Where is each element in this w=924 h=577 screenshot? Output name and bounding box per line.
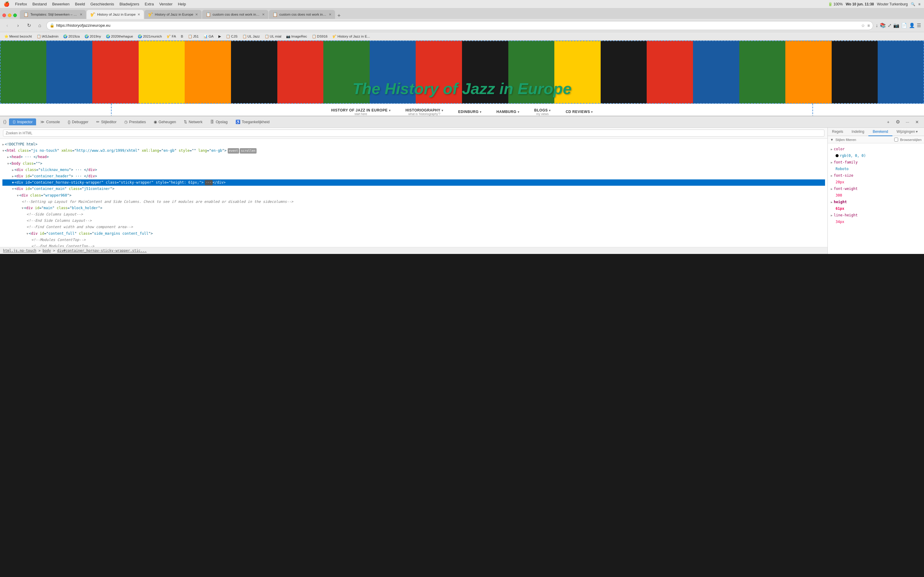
reading-list-icon[interactable]: 📚 (880, 23, 886, 28)
event-badge[interactable]: event (228, 148, 239, 153)
expand-arrow[interactable]: ▼ (7, 161, 9, 166)
overflow-menu-icon[interactable]: ☰ (917, 23, 921, 28)
bookmark-2021munich[interactable]: 🌍2021munich (136, 34, 164, 39)
nav-hamburg[interactable]: HAMBURG ▾ (494, 108, 522, 115)
menu-venster[interactable]: Venster (159, 2, 172, 6)
expand-arrow[interactable]: ▶ (7, 155, 9, 160)
pdf-icon[interactable]: 📄 (901, 23, 907, 28)
menu-beeld[interactable]: Beeld (75, 2, 85, 6)
bookmark-ga[interactable]: 📊GA (202, 34, 215, 39)
menu-geschiedenis[interactable]: Geschiedenis (90, 2, 114, 6)
profile-icon[interactable]: 👤 (909, 23, 915, 28)
bookmark-ds916[interactable]: 📋DS916 (310, 34, 330, 39)
tab-custom-css-1[interactable]: 📋 custom css does not work in C... ✕ (202, 10, 268, 19)
maximize-button[interactable] (13, 13, 17, 17)
home-button[interactable]: ⌂ (36, 21, 44, 30)
tab-close-icon[interactable]: ✕ (195, 13, 198, 16)
screenshot-icon[interactable]: 📷 (893, 23, 899, 28)
breadcrumb-container[interactable]: div#container_hornav-sticky-wrapper.stic… (57, 248, 147, 253)
expand-arrow[interactable]: ▼ (12, 187, 14, 192)
devtools-tab-stijleditor[interactable]: ✏ Stijleditor (93, 118, 120, 125)
html-search-input[interactable] (3, 129, 824, 137)
nav-historiography[interactable]: HISTORIOGRAPHY ▾ what is 'historiography… (402, 107, 446, 116)
bookmark-fa[interactable]: 🎷FA (165, 34, 178, 39)
bookmark-2019za[interactable]: 🌍2019za (61, 34, 81, 39)
bookmark-cjs[interactable]: 📋CJS (224, 34, 239, 39)
bookmark-star-icon[interactable]: ☆ (861, 23, 865, 28)
css-tab-wijzigingen[interactable]: Wijzigingen ▾ (892, 128, 922, 135)
bookmark-b[interactable]: B (179, 34, 185, 39)
menu-help[interactable]: Help (178, 2, 186, 6)
close-button[interactable] (2, 13, 6, 17)
menu-extra[interactable]: Extra (145, 2, 154, 6)
bookmark-j51[interactable]: 📋J51 (186, 34, 200, 39)
tab-custom-css-2[interactable]: 📋 custom css does not work in C... ✕ (269, 10, 335, 19)
expand-arrow[interactable]: ▼ (17, 193, 19, 198)
bookmark-imagerec[interactable]: 📷ImageRec (284, 34, 309, 39)
tab-close-icon[interactable]: ✕ (262, 13, 265, 16)
browserstijlen-checkbox[interactable] (894, 138, 898, 142)
css-expand-font-family[interactable]: ▶ (831, 160, 833, 165)
devtools-tab-opslag[interactable]: 🗄 Opslag (207, 118, 231, 125)
css-expand-color[interactable]: ▶ (831, 147, 833, 152)
menu-bladwijzers[interactable]: Bladwijzers (120, 2, 139, 6)
tab-close-icon[interactable]: ✕ (329, 13, 331, 16)
bookmark-history-jazz[interactable]: 🎷History of Jazz in E... (331, 34, 372, 39)
nav-blogs[interactable]: BLOGS ▾ my views (531, 107, 554, 116)
minimize-button[interactable] (8, 13, 11, 17)
css-expand-height[interactable]: ▶ (831, 200, 833, 205)
bookmark-2019ny[interactable]: 🌍2019ny (83, 34, 103, 39)
breadcrumb-body[interactable]: body (43, 248, 51, 253)
search-icon[interactable]: 🔍 (911, 2, 915, 6)
expand-arrow[interactable]: ▼ (2, 148, 4, 153)
reader-mode-icon[interactable]: ≡ (867, 23, 870, 28)
new-tab-button[interactable]: + (336, 13, 342, 19)
menu-bestand[interactable]: Bestand (32, 2, 47, 6)
devtools-tab-netwerk[interactable]: ⇅ Netwerk (180, 118, 206, 125)
code-line-highlighted[interactable]: ▼ <div id="container_hornav-sticky-wrapp… (2, 179, 825, 186)
fullscreen-icon[interactable]: ⤢ (888, 23, 892, 28)
back-button[interactable]: ‹ (3, 21, 11, 30)
forward-button[interactable]: › (14, 21, 22, 30)
devtools-tab-geheugen[interactable]: ◉ Geheugen (150, 118, 179, 125)
expand-arrow[interactable]: ▼ (22, 206, 23, 211)
bookmark-iasjadmin[interactable]: 📋IASJadmin (35, 34, 60, 39)
tab-history-jazz-active[interactable]: 🎷 History of Jazz in Europe ✕ (87, 10, 144, 19)
bookmark-meest-bezocht[interactable]: ⭐Meest bezocht (2, 34, 34, 39)
devtools-close-button[interactable]: ✕ (913, 118, 921, 126)
css-tab-regels[interactable]: Regels (828, 128, 847, 135)
devtools-add-button[interactable]: + (884, 118, 892, 126)
expand-arrow[interactable]: ▼ (26, 231, 28, 236)
css-tab-berekend[interactable]: Berekend (868, 128, 892, 136)
devtools-toggle-icon[interactable]: ⟨⟩ (3, 119, 6, 125)
bookmark-ul-jazz[interactable]: 📋UL Jazz (241, 34, 262, 39)
expand-arrow[interactable]: ▶ (12, 174, 14, 179)
bookmark-2020thehague[interactable]: 🌍2020thehague (104, 34, 135, 39)
tab-close-icon[interactable]: ✕ (137, 13, 140, 16)
expand-arrow[interactable]: ▶ (12, 168, 14, 172)
address-bar[interactable]: 🔒 https://historyofjazzineurope.eu ☆ ≡ (46, 21, 873, 30)
devtools-overflow-button[interactable]: ··· (903, 118, 911, 126)
bookmark-yt[interactable]: ▶ (216, 34, 223, 39)
reload-button[interactable]: ↻ (25, 21, 33, 30)
nav-edinburg[interactable]: EDINBURG ▾ (455, 108, 484, 115)
css-tab-indeling[interactable]: Indeling (847, 128, 868, 135)
devtools-tab-toegankelijkheid[interactable]: ♿ Toegankelijkheid (232, 118, 273, 125)
devtools-settings-button[interactable]: ⚙ (894, 118, 902, 126)
scroll-badge[interactable]: scrollen (240, 148, 257, 153)
devtools-tab-console[interactable]: ≫ Console (37, 118, 63, 125)
menu-bewerken[interactable]: Bewerken (52, 2, 69, 6)
nav-cd-reviews[interactable]: CD REVIEWS ▾ (563, 108, 596, 115)
nav-history[interactable]: HISTORY OF JAZZ IN EUROPE ▾ start here (328, 107, 393, 116)
tab-close-icon[interactable]: ✕ (80, 13, 82, 16)
bookmark-ul-mial[interactable]: 📋UL mial (263, 34, 283, 39)
apple-menu[interactable]: 🍎 (3, 1, 10, 7)
devtools-tab-debugger[interactable]: {} Debugger (64, 118, 92, 125)
devtools-tab-inspector[interactable]: ⟨⟩ Inspector (9, 118, 36, 125)
css-expand-line-height[interactable]: ▶ (831, 213, 833, 218)
tab-templates[interactable]: 📋 Templates: Stijl bewerken – His... ✕ (20, 10, 86, 19)
devtools-tab-prestaties[interactable]: ◷ Prestaties (121, 118, 150, 125)
breadcrumb-html[interactable]: html.js.no-touch (3, 248, 36, 253)
menu-firefox[interactable]: Firefox (15, 2, 27, 6)
tab-history-jazz-2[interactable]: 🎷 History of Jazz in Europe ✕ (144, 10, 202, 19)
